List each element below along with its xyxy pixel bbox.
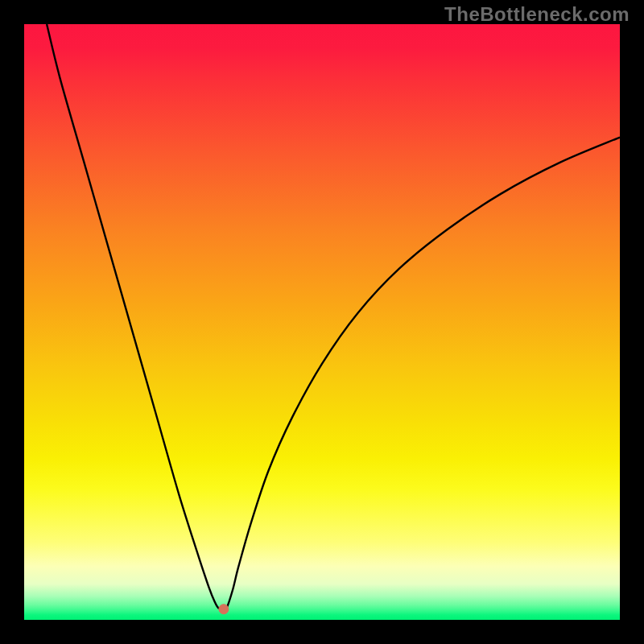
watermark-text: TheBottleneck.com [444, 3, 630, 26]
plot-area [24, 24, 620, 620]
chart-frame: TheBottleneck.com [0, 0, 644, 644]
bottleneck-curve [47, 24, 620, 609]
curve-svg [24, 24, 620, 620]
min-point-marker [219, 605, 229, 614]
